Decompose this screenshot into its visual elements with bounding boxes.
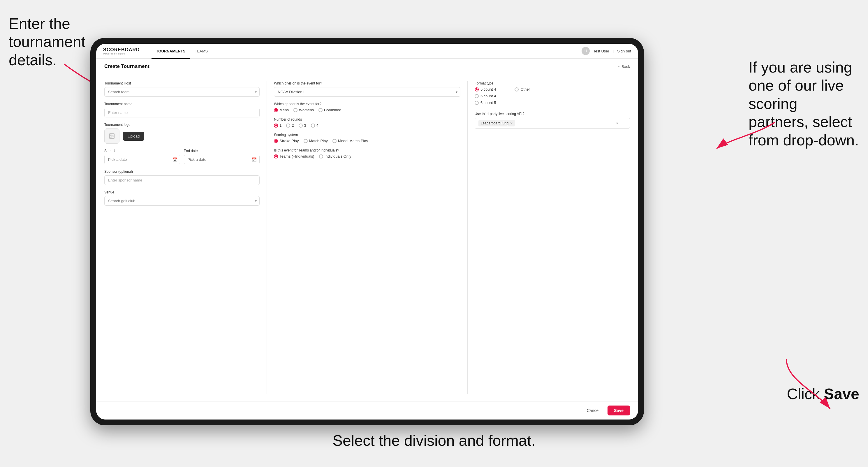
end-date-wrapper (184, 155, 260, 164)
format-5count4-radio[interactable] (475, 87, 479, 91)
sponsor-input[interactable] (104, 176, 259, 185)
gender-radio-group: Mens Womens Combined (274, 108, 460, 112)
start-date-input[interactable] (104, 155, 180, 164)
tablet-frame: SCOREBOARD Powered by clipp'd TOURNAMENT… (90, 38, 644, 425)
gender-label: Which gender is the event for? (274, 102, 460, 106)
annotation-top-right: If you are using one of our live scoring… (748, 58, 859, 149)
format-other[interactable]: Other (515, 87, 530, 91)
format-type-row-1: 5 count 4 Other (475, 87, 630, 91)
event-type-radio-group: Teams (+Individuals) Individuals Only (274, 154, 460, 158)
live-scoring-dropdown-icon[interactable]: ▾ (616, 121, 618, 125)
sponsor-group: Sponsor (optional) (104, 169, 259, 185)
scoring-medal-match-radio[interactable] (333, 139, 337, 143)
form-col-left: Tournament Host Tournament name Tourname… (104, 81, 267, 394)
form-area: Tournament Host Tournament name Tourname… (96, 74, 638, 401)
division-group: Which division is the event for? NCAA Di… (274, 81, 460, 97)
venue-input[interactable] (104, 196, 259, 206)
division-select[interactable]: NCAA Division I (274, 87, 460, 97)
rounds-1[interactable]: 1 (274, 123, 281, 128)
scoring-match[interactable]: Match Play (304, 139, 328, 143)
sponsor-label: Sponsor (optional) (104, 169, 259, 174)
logo-upload-area: Upload (104, 128, 259, 144)
nav-tab-teams[interactable]: TEAMS (190, 44, 212, 59)
gender-womens-radio[interactable] (293, 108, 298, 112)
rounds-4-label: 4 (316, 123, 318, 128)
event-type-individuals[interactable]: Individuals Only (319, 154, 351, 158)
event-type-teams-radio[interactable] (274, 154, 278, 158)
rounds-2[interactable]: 2 (286, 123, 294, 128)
scoring-match-label: Match Play (309, 139, 328, 143)
nav-tabs: TOURNAMENTS TEAMS (152, 44, 213, 58)
rounds-group: Number of rounds 1 2 3 (274, 117, 460, 128)
rounds-4[interactable]: 4 (311, 123, 318, 128)
live-scoring-remove[interactable]: × (510, 121, 513, 126)
format-other-label: Other (520, 87, 530, 91)
rounds-3-radio[interactable] (299, 124, 303, 128)
end-date-input[interactable] (184, 155, 260, 164)
scoring-radio-group: Stroke Play Match Play Medal Match Play (274, 139, 460, 143)
gender-group: Which gender is the event for? Mens Wome… (274, 102, 460, 112)
tournament-logo-group: Tournament logo Upload (104, 123, 259, 144)
tablet-screen: SCOREBOARD Powered by clipp'd TOURNAMENT… (96, 44, 638, 419)
tournament-host-input[interactable] (104, 87, 259, 97)
tournament-name-group: Tournament name (104, 102, 259, 117)
upload-button[interactable]: Upload (123, 132, 144, 141)
annotation-bottom-right: Click Save (787, 385, 859, 403)
scoring-medal-match-label: Medal Match Play (338, 139, 368, 143)
scoring-stroke[interactable]: Stroke Play (274, 139, 299, 143)
nav-right: U Test User | Sign out (582, 47, 631, 55)
tournament-host-label: Tournament Host (104, 81, 259, 85)
event-type-label: Is this event for Teams and/or Individua… (274, 148, 460, 152)
rounds-1-radio[interactable] (274, 124, 278, 128)
dates-group: Start date End date (104, 149, 259, 164)
gender-mens-radio[interactable] (274, 108, 278, 112)
format-6count5[interactable]: 6 count 5 (475, 100, 496, 105)
live-scoring-input[interactable]: Leaderboard King × ▾ (475, 118, 630, 129)
gender-combined[interactable]: Combined (318, 108, 341, 112)
rounds-3-label: 3 (304, 123, 306, 128)
live-scoring-group: Use third-party live scoring API? Leader… (475, 112, 630, 129)
event-type-individuals-radio[interactable] (319, 154, 323, 158)
gender-combined-radio[interactable] (318, 108, 322, 112)
nav-tab-tournaments[interactable]: TOURNAMENTS (152, 44, 190, 59)
annotation-top-left: Enter the tournament details. (9, 14, 102, 69)
event-type-teams-label: Teams (+Individuals) (279, 154, 314, 158)
format-6count5-radio[interactable] (475, 101, 479, 105)
rounds-label: Number of rounds (274, 117, 460, 122)
scoring-stroke-radio[interactable] (274, 139, 278, 143)
format-type-group: Format type 5 count 4 Other (475, 81, 630, 105)
nav-avatar: U (582, 47, 590, 55)
nav-logo: SCOREBOARD Powered by clipp'd (103, 47, 140, 55)
date-row: Start date End date (104, 149, 259, 164)
end-date-group: End date (184, 149, 260, 164)
back-link[interactable]: < Back (618, 64, 630, 69)
rounds-radio-group: 1 2 3 4 (274, 123, 460, 128)
venue-select-wrapper (104, 196, 259, 206)
format-5count4-label: 5 count 4 (480, 87, 496, 91)
format-6count4-radio[interactable] (475, 94, 479, 98)
gender-mens[interactable]: Mens (274, 108, 289, 112)
format-type-row-3: 6 count 5 (475, 100, 630, 105)
tournament-name-input[interactable] (104, 108, 259, 117)
save-button[interactable]: Save (608, 406, 630, 415)
event-type-individuals-label: Individuals Only (324, 154, 351, 158)
rounds-2-label: 2 (292, 123, 294, 128)
venue-group: Venue (104, 190, 259, 206)
format-5count4[interactable]: 5 count 4 (475, 87, 496, 91)
cancel-button[interactable]: Cancel (582, 406, 604, 415)
rounds-4-radio[interactable] (311, 124, 315, 128)
start-date-wrapper (104, 155, 180, 164)
gender-womens[interactable]: Womens (293, 108, 314, 112)
format-6count4[interactable]: 6 count 4 (475, 94, 496, 98)
nav-user-label: Test User (593, 49, 609, 53)
rounds-3[interactable]: 3 (299, 123, 306, 128)
gender-combined-label: Combined (324, 108, 341, 112)
nav-signout-link[interactable]: Sign out (617, 49, 631, 53)
rounds-2-radio[interactable] (286, 124, 290, 128)
scoring-medal-match[interactable]: Medal Match Play (333, 139, 368, 143)
annotation-bottom-center: Select the division and format. (333, 432, 535, 449)
event-type-teams[interactable]: Teams (+Individuals) (274, 154, 314, 158)
scoring-match-radio[interactable] (304, 139, 308, 143)
format-other-radio[interactable] (515, 87, 519, 91)
division-select-wrapper: NCAA Division I (274, 87, 460, 97)
